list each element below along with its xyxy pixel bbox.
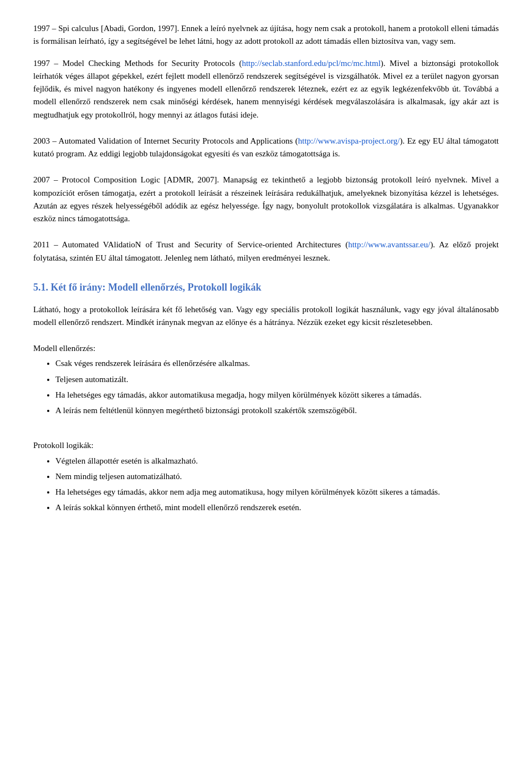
section-number: 5.1. (33, 282, 48, 293)
paragraph-model-checking: 1997 – Model Checking Methods for Securi… (33, 57, 499, 121)
avispa-text-before: 2003 – Automated Validation of Internet … (33, 136, 298, 145)
list-item: Ha lehetséges egy támadás, akkor nem adj… (55, 486, 499, 499)
model-checking-text-before: 1997 – Model Checking Methods for Securi… (33, 59, 242, 68)
list-item: Csak véges rendszerek leírására és ellen… (55, 357, 499, 370)
modell-label: Modell ellenőrzés: (33, 342, 499, 355)
paragraph-avantssar: 2011 – Automated VAlidatioN of Trust and… (33, 238, 499, 265)
section-title-text: Két fő irány: Modell ellenőrzés, Protoko… (51, 282, 262, 293)
modell-label-text: Modell ellenőrzés: (33, 344, 95, 353)
paragraph-pcl: 2007 – Protocol Composition Logic [ADMR,… (33, 174, 499, 225)
paragraph-avispa: 2003 – Automated Validation of Internet … (33, 135, 499, 161)
pcl-text: 2007 – Protocol Composition Logic [ADMR,… (33, 175, 499, 223)
protokoll-list: Végtelen állapottér esetén is alkalmazha… (55, 455, 499, 515)
list-item: A leírás nem feltétlenül könnyen megérth… (55, 404, 499, 417)
paragraph-spi-calculus: 1997 – Spi calculus [Abadi, Gordon, 1997… (33, 22, 499, 48)
list-item: Teljesen automatizált. (55, 373, 499, 386)
avantssar-link[interactable]: http://www.avantssar.eu/ (348, 240, 430, 249)
protokoll-label-text: Protokoll logikák: (33, 441, 94, 450)
intro-paragraph: Látható, hogy a protokollok leírására ké… (33, 303, 499, 329)
intro-text: Látható, hogy a protokollok leírására ké… (33, 305, 499, 327)
list-item: A leírás sokkal könnyen érthető, mint mo… (55, 501, 499, 514)
avantssar-text-before: 2011 – Automated VAlidatioN of Trust and… (33, 240, 348, 249)
list-item: Nem mindig teljesen automatizálható. (55, 470, 499, 483)
modell-list: Csak véges rendszerek leírására és ellen… (55, 357, 499, 417)
spi-calculus-text: 1997 – Spi calculus [Abadi, Gordon, 1997… (33, 24, 499, 45)
model-checking-link[interactable]: http://seclab.stanford.edu/pcl/mc/mc.htm… (242, 59, 380, 68)
list-item: Végtelen állapottér esetén is alkalmazha… (55, 455, 499, 467)
list-item: Ha lehetséges egy támadás, akkor automat… (55, 389, 499, 401)
section-heading-5-1: 5.1. Két fő irány: Modell ellenőrzés, Pr… (33, 280, 499, 296)
protokoll-label: Protokoll logikák: (33, 439, 499, 452)
avispa-link[interactable]: http://www.avispa-project.org/ (298, 136, 400, 145)
